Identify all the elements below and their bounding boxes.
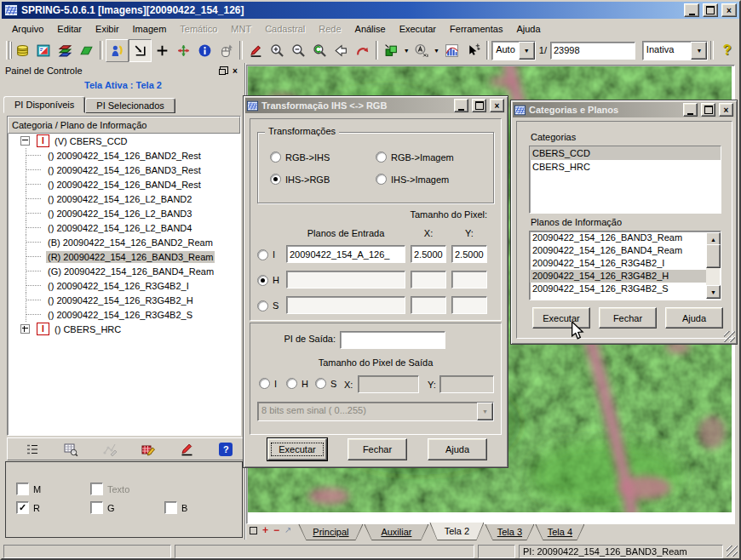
menu-executar[interactable]: Executar (393, 22, 443, 36)
overlay-button[interactable] (381, 40, 402, 61)
menu-imagem[interactable]: Imagem (126, 22, 174, 36)
radio-out-i[interactable]: I (259, 378, 277, 389)
categories-execute-button[interactable]: Executar (532, 307, 590, 329)
list-item-plane-selected[interactable]: 20090422_154_126_R3G4B2_H (530, 270, 706, 283)
minimize-button[interactable] (683, 103, 698, 117)
checkbox-texto[interactable] (90, 483, 103, 495)
tab-principal[interactable]: Principal (298, 524, 363, 540)
table-view-button[interactable] (60, 440, 82, 458)
edit-vector-button[interactable] (245, 40, 267, 61)
scroll-down-icon[interactable]: ▼ (706, 285, 721, 299)
menu-analise[interactable]: Análise (348, 22, 393, 36)
list-item-category[interactable]: CBERS_HRC (530, 160, 721, 174)
pixel-y-h-input[interactable] (451, 271, 487, 289)
tab-auxiliar[interactable]: Auxiliar (364, 524, 428, 540)
screen-square-icon[interactable] (250, 527, 257, 534)
detach-screen-button[interactable]: ↗ (284, 526, 291, 534)
categories-close-button[interactable]: Fechar (599, 307, 657, 329)
tree-item-plane[interactable]: () 20090422_154_126_R3G4B2_S (9, 307, 239, 322)
tree-item-plane[interactable]: () 20090422_154_126_BAND2_Rest (9, 148, 239, 163)
maximize-button[interactable] (701, 103, 715, 117)
tree-item-plane[interactable]: () 20090422_154_126_BAND4_Rest (9, 177, 239, 191)
tree-body[interactable]: I (V) CBERS_CCD () 20090422_154_126_BAND… (9, 134, 239, 434)
layers-button[interactable] (55, 40, 76, 61)
tree-item-plane[interactable]: () 20090422_154_126_L2_BAND4 (9, 220, 239, 235)
ihs-close-button[interactable]: Fechar (348, 438, 407, 460)
help-button[interactable]: ? (716, 40, 738, 61)
categories-list[interactable]: CBERS_CCD CBERS_HRC (529, 146, 721, 214)
menu-arquivo[interactable]: Arquivo (5, 22, 50, 36)
pixel-y-s-input[interactable] (451, 296, 487, 314)
menu-ajuda[interactable]: Ajuda (509, 22, 547, 36)
plane-i-input[interactable] (286, 245, 405, 263)
planes-list[interactable]: 20090422_154_126_BAND3_Ream 20090422_154… (529, 231, 721, 300)
expand-icon[interactable] (20, 324, 30, 334)
ihs-dialog-titlebar[interactable]: Transformação IHS <-> RGB × (245, 98, 506, 113)
radio-rgb-imagem[interactable]: RGB->Imagem (376, 151, 454, 163)
tab-tela-2[interactable]: Tela 2 (429, 523, 484, 540)
scrollbar-thumb[interactable] (706, 244, 721, 268)
zoom-out-button[interactable] (288, 40, 309, 61)
minimize-button[interactable] (684, 3, 699, 17)
menu-editar[interactable]: Editar (50, 22, 89, 36)
fit-view-button[interactable] (129, 39, 152, 62)
tree-item-category[interactable]: I () CBERS_HRC (9, 322, 239, 336)
toolbar-grip[interactable] (6, 41, 9, 60)
checkbox-r[interactable]: ✓ (16, 501, 29, 514)
zoom-in-button[interactable] (267, 40, 288, 61)
window-titlebar[interactable]: SPRING-5.0.6.1 [Imagens][20090422_154_12… (2, 2, 739, 19)
vector-edit-button[interactable] (176, 440, 198, 458)
tree-item-plane[interactable]: () 20090422_154_126_BAND3_Rest (9, 163, 239, 177)
assistant-button[interactable] (106, 39, 129, 62)
radio-ihs-imagem[interactable]: IHS->Imagem (376, 174, 449, 185)
scale-dropdown-button[interactable]: ▼ (432, 40, 440, 61)
categories-dialog-titlebar[interactable]: Categorias e Planos × (513, 102, 735, 117)
close-panel-button[interactable]: × (229, 66, 241, 77)
pixel-x-h-input[interactable] (411, 271, 446, 289)
tab-tela-3[interactable]: Tela 3 (485, 524, 534, 540)
radio-rgb-ihs[interactable]: RGB->IHS (270, 151, 330, 163)
image-registration-button[interactable] (33, 40, 55, 61)
chevron-down-icon[interactable]: ▼ (519, 42, 535, 60)
scale-input[interactable] (550, 42, 635, 60)
maximize-button[interactable] (703, 3, 718, 17)
list-item-plane[interactable]: 20090422_154_126_BAND4_Ream (530, 244, 706, 257)
checkbox-b[interactable] (164, 501, 177, 514)
categories-help-button[interactable]: Ajuda (665, 307, 723, 329)
output-pi-input[interactable] (340, 331, 445, 349)
histogram-button[interactable] (441, 40, 462, 61)
zoom-mode-select[interactable]: Auto ▼ (491, 41, 536, 60)
window-resize-grip[interactable] (727, 546, 738, 557)
pan-button[interactable] (173, 40, 194, 61)
radio-out-s[interactable]: X:S (315, 378, 336, 389)
add-screen-button[interactable]: + (262, 526, 268, 534)
list-item-plane[interactable]: 20090422_154_126_R3G4B2_S (530, 283, 706, 295)
planes-scrollbar[interactable]: ▲ ▼ (706, 232, 720, 299)
radio-band-h[interactable]: H (257, 271, 279, 289)
database-button[interactable] (12, 40, 33, 61)
list-item-plane[interactable]: 20090422_154_126_BAND3_Ream (530, 231, 706, 244)
tree-item-plane[interactable]: (G) 20090422_154_126_BAND4_Ream (9, 264, 239, 278)
close-button[interactable]: × (721, 3, 737, 17)
tab-tela-4[interactable]: Tela 4 (535, 524, 584, 540)
add-button[interactable] (152, 40, 173, 61)
close-button[interactable]: × (719, 103, 733, 117)
float-panel-button[interactable] (217, 66, 229, 77)
radio-band-i[interactable]: I (257, 246, 275, 263)
list-item-plane[interactable]: 20090422_154_126_R3G4B2_I (530, 257, 706, 270)
minimize-button[interactable] (454, 99, 468, 112)
raster-edit-button[interactable] (137, 440, 159, 458)
pixel-y-i-input[interactable] (451, 245, 487, 263)
chevron-down-icon[interactable]: ▼ (691, 42, 707, 60)
radio-ihs-rgb[interactable]: IHS->RGB (270, 174, 330, 185)
plane-h-input[interactable] (286, 271, 405, 289)
radio-band-s[interactable]: S (257, 297, 279, 314)
dialog-resize-grip[interactable] (724, 331, 735, 342)
plane-button[interactable] (76, 40, 97, 61)
checkbox-g[interactable] (90, 501, 103, 514)
pixel-x-i-input[interactable] (411, 245, 446, 263)
acquire-point-button[interactable] (462, 40, 484, 61)
tree-item-plane[interactable]: (B) 20090422_154_126_BAND2_Ream (9, 235, 239, 249)
panel-help-button[interactable]: ? (215, 440, 237, 458)
list-item-category[interactable]: CBERS_CCD (530, 146, 721, 160)
